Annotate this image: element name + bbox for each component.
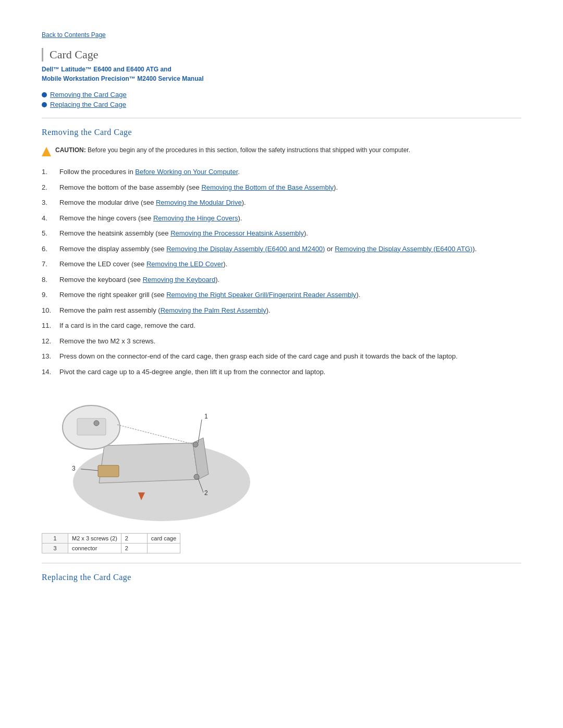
divider-top [42,118,521,118]
replacing-section: Replacing the Card Cage [42,573,521,582]
step-4-text: Remove the hinge covers (see Removing th… [59,213,242,224]
step-4: 4. Remove the hinge covers (see Removing… [42,213,521,224]
svg-text:2: 2 [204,489,208,497]
svg-line-10 [117,425,194,445]
step-14: 14. Pivot the card cage up to a 45-degre… [42,367,521,377]
step-12: 12. Remove the two M2 x 3 screws. [42,336,521,347]
divider-middle [42,563,521,563]
step-num-13: 13. [42,351,57,362]
svg-text:1: 1 [204,413,208,420]
step-num-14: 14. [42,367,57,377]
diagram-svg: 1 2 3 [42,388,276,524]
step-7: 7. Remove the LED cover (see Removing th… [42,259,521,269]
step-num-8: 8. [42,275,57,285]
step-3-link[interactable]: Removing the Modular Drive [156,199,242,206]
toc-link-removing[interactable]: Removing the Card Cage [50,91,127,98]
toc-item-removing: Removing the Card Cage [42,91,521,98]
step-num-3: 3. [42,198,57,208]
step-num-11: 11. [42,320,57,331]
step-9: 9. Remove the right speaker grill (see R… [42,290,521,300]
step-7-link[interactable]: Removing the LED Cover [146,260,223,268]
step-2-text: Remove the bottom of the base assembly (… [59,182,338,193]
step-3-text: Remove the modular drive (see Removing t… [59,198,246,208]
removing-section: Removing the Card Cage CAUTION: Before y… [42,128,521,553]
step-7-text: Remove the LED cover (see Removing the L… [59,259,227,269]
step-9-text: Remove the right speaker grill (see Remo… [59,290,360,300]
diagram-container: 1 2 3 [42,388,521,524]
parts-table: 1 M2 x 3 screws (2) 2 card cage 3 connec… [42,533,180,553]
parts-row-2: 3 connector 2 [42,544,180,553]
step-10-link[interactable]: Removing the Palm Rest Assembly [161,306,266,314]
step-13-text: Press down on the connector-end of the c… [59,351,458,362]
step-11: 11. If a card is in the card cage, remov… [42,320,521,331]
step-13: 13. Press down on the connector-end of t… [42,351,521,362]
step-8: 8. Remove the keyboard (see Removing the… [42,275,521,285]
parts-num-1: 1 [42,534,68,544]
step-8-link[interactable]: Removing the Keyboard [143,276,215,283]
step-2-link[interactable]: Removing the Bottom of the Base Assembly [201,183,334,191]
page-title: Card Cage [42,48,521,61]
step-6-link-e6400[interactable]: Removing the Display Assembly (E6400 and… [166,245,325,253]
replacing-title: Replacing the Card Cage [42,573,521,582]
step-num-1: 1. [42,167,57,177]
step-6: 6. Remove the display assembly (see Remo… [42,244,521,254]
parts-label-2: card cage [147,534,180,544]
step-num-6: 6. [42,244,57,254]
back-to-contents-link[interactable]: Back to Contents Page [42,31,521,39]
step-9-link[interactable]: Removing the Right Speaker Grill/Fingerp… [166,291,356,299]
step-6-text: Remove the display assembly (see Removin… [59,244,476,254]
step-10-text: Remove the palm rest assembly (Removing … [59,305,271,316]
toc-bullet-1 [42,92,47,97]
step-12-text: Remove the two M2 x 3 screws. [59,336,155,347]
toc-item-replacing: Replacing the Card Cage [42,101,521,108]
caution-icon [42,147,51,156]
caution-text: CAUTION: Before you begin any of the pro… [55,146,410,154]
step-3: 3. Remove the modular drive (see Removin… [42,198,521,208]
caution-box: CAUTION: Before you begin any of the pro… [42,146,521,156]
parts-row-1: 1 M2 x 3 screws (2) 2 card cage [42,534,180,544]
parts-label-3: connector [68,544,121,553]
toc-bullet-2 [42,102,47,107]
step-1: 1. Follow the procedures in Before Worki… [42,167,521,177]
step-10: 10. Remove the palm rest assembly (Remov… [42,305,521,316]
step-1-link[interactable]: Before Working on Your Computer [135,168,238,176]
svg-rect-5 [98,465,119,477]
step-num-5: 5. [42,228,57,239]
step-num-10: 10. [42,305,57,316]
step-2: 2. Remove the bottom of the base assembl… [42,182,521,193]
svg-point-9 [94,421,99,426]
subtitle: Dell™ Latitude™ E6400 and E6400 ATG and … [42,65,521,83]
toc-list: Removing the Card Cage Replacing the Car… [42,91,521,108]
svg-text:3: 3 [72,465,76,472]
step-num-7: 7. [42,259,57,269]
parts-num-3: 3 [42,544,68,553]
step-5: 5. Remove the heatsink assembly (see Rem… [42,228,521,239]
step-14-text: Pivot the card cage up to a 45-degree an… [59,367,325,377]
parts-num-2: 2 [121,534,147,544]
removing-title: Removing the Card Cage [42,128,521,137]
toc-link-replacing[interactable]: Replacing the Card Cage [50,101,126,108]
parts-label-4 [147,544,180,553]
steps-list: 1. Follow the procedures in Before Worki… [42,167,521,377]
step-4-link[interactable]: Removing the Hinge Covers [153,214,238,222]
step-num-2: 2. [42,182,57,193]
step-5-link[interactable]: Removing the Processor Heatsink Assembly [170,229,304,237]
step-num-9: 9. [42,290,57,300]
step-8-text: Remove the keyboard (see Removing the Ke… [59,275,219,285]
step-6-link-atg[interactable]: Removing the Display Assembly (E6400 ATG… [335,245,472,253]
step-11-text: If a card is in the card cage, remove th… [59,320,195,331]
step-num-12: 12. [42,336,57,347]
step-1-text: Follow the procedures in Before Working … [59,167,240,177]
parts-label-1: M2 x 3 screws (2) [68,534,121,544]
parts-num-4: 2 [121,544,147,553]
svg-rect-8 [77,418,106,435]
step-5-text: Remove the heatsink assembly (see Removi… [59,228,308,239]
step-num-4: 4. [42,213,57,224]
